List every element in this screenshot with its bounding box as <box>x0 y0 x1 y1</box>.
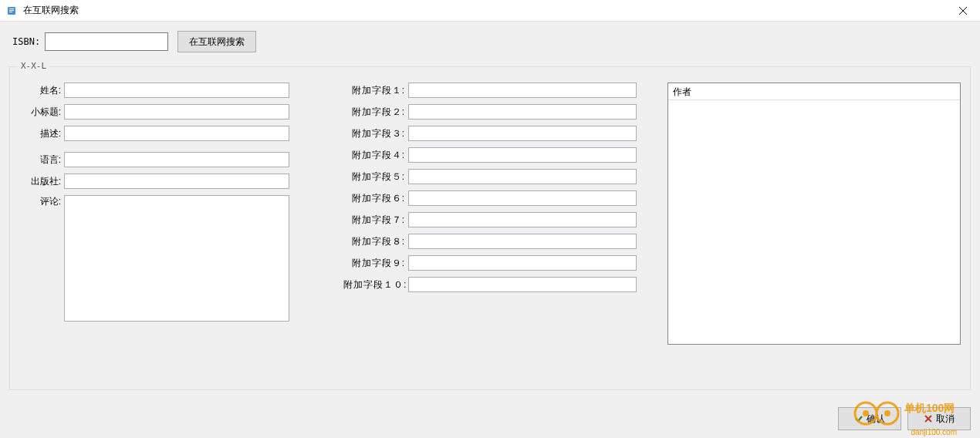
extra-field-input-1[interactable] <box>408 83 637 98</box>
extra-field-label-2: 附加字段２: <box>343 106 408 119</box>
app-icon <box>6 5 19 17</box>
groupbox-legend: X-X-L <box>18 61 49 71</box>
svg-rect-1 <box>9 8 14 9</box>
publisher-label: 出版社: <box>19 175 64 188</box>
window-title: 在互联网搜索 <box>23 4 79 17</box>
extra-field-input-4[interactable] <box>408 147 637 163</box>
language-input[interactable] <box>64 152 289 167</box>
extra-field-input-8[interactable] <box>408 234 637 249</box>
extra-field-label-1: 附加字段１: <box>343 84 408 97</box>
comment-label: 评论: <box>19 195 64 208</box>
extra-field-label-10: 附加字段１０: <box>343 278 408 291</box>
extra-field-row-5: 附加字段５: <box>343 169 637 184</box>
desc-input[interactable] <box>64 126 289 141</box>
extra-field-input-3[interactable] <box>408 126 637 141</box>
extra-field-row-1: 附加字段１: <box>343 83 637 98</box>
language-label: 语言: <box>19 153 64 167</box>
extra-field-row-2: 附加字段２: <box>343 104 637 120</box>
extra-field-label-9: 附加字段９: <box>343 257 408 270</box>
content-area: ISBN: 在互联网搜索 X-X-L 姓名: 小标题: 描述: <box>0 22 980 438</box>
listbox-header: 作者 <box>668 83 960 100</box>
comment-textarea[interactable] <box>64 195 289 322</box>
titlebar: 在互联网搜索 <box>0 0 980 22</box>
extra-field-input-2[interactable] <box>408 104 637 120</box>
svg-rect-3 <box>9 12 12 12</box>
extra-field-input-5[interactable] <box>408 169 637 184</box>
mid-column: 附加字段１:附加字段２:附加字段３:附加字段４:附加字段５:附加字段６:附加字段… <box>343 83 637 380</box>
search-row: ISBN: 在互联网搜索 <box>9 31 971 52</box>
search-button[interactable]: 在互联网搜索 <box>177 31 256 52</box>
extra-field-label-7: 附加字段７: <box>343 214 408 227</box>
extra-field-row-8: 附加字段８: <box>343 234 637 249</box>
subtitle-label: 小标题: <box>19 106 64 119</box>
extra-field-label-4: 附加字段４: <box>343 149 408 162</box>
extra-field-row-6: 附加字段６: <box>343 190 637 206</box>
name-label: 姓名: <box>19 84 64 97</box>
details-groupbox: X-X-L 姓名: 小标题: 描述: 语言: <box>9 66 971 390</box>
close-button[interactable] <box>945 0 980 22</box>
extra-field-input-9[interactable] <box>408 255 637 271</box>
extra-field-row-3: 附加字段３: <box>343 126 637 141</box>
footer-buttons: 确认 取消 <box>838 407 971 430</box>
extra-field-row-10: 附加字段１０: <box>343 277 637 292</box>
extra-field-row-9: 附加字段９: <box>343 255 637 271</box>
ok-button[interactable]: 确认 <box>838 407 901 430</box>
cancel-button[interactable]: 取消 <box>907 407 971 430</box>
extra-field-label-8: 附加字段８: <box>343 235 408 248</box>
left-column: 姓名: 小标题: 描述: 语言: 出版社: <box>19 83 289 380</box>
name-input[interactable] <box>64 83 289 98</box>
isbn-input[interactable] <box>45 32 168 51</box>
cancel-icon <box>924 414 933 423</box>
subtitle-input[interactable] <box>64 104 289 120</box>
ok-label: 确认 <box>867 413 885 426</box>
desc-label: 描述: <box>19 127 64 140</box>
extra-field-input-7[interactable] <box>408 212 637 227</box>
extra-field-label-3: 附加字段３: <box>343 127 408 140</box>
extra-field-input-6[interactable] <box>408 190 637 206</box>
close-icon <box>959 7 967 15</box>
extra-field-label-5: 附加字段５: <box>343 170 408 184</box>
extra-field-row-4: 附加字段４: <box>343 147 637 163</box>
extra-field-label-6: 附加字段６: <box>343 192 408 205</box>
author-listbox[interactable]: 作者 <box>667 83 961 345</box>
right-column: 作者 <box>667 83 961 380</box>
publisher-input[interactable] <box>64 174 289 189</box>
cancel-label: 取消 <box>936 413 955 426</box>
extra-field-row-7: 附加字段７: <box>343 212 637 227</box>
extra-field-input-10[interactable] <box>408 277 637 292</box>
isbn-label: ISBN: <box>12 36 40 47</box>
check-icon <box>854 414 863 423</box>
svg-rect-2 <box>9 10 14 11</box>
